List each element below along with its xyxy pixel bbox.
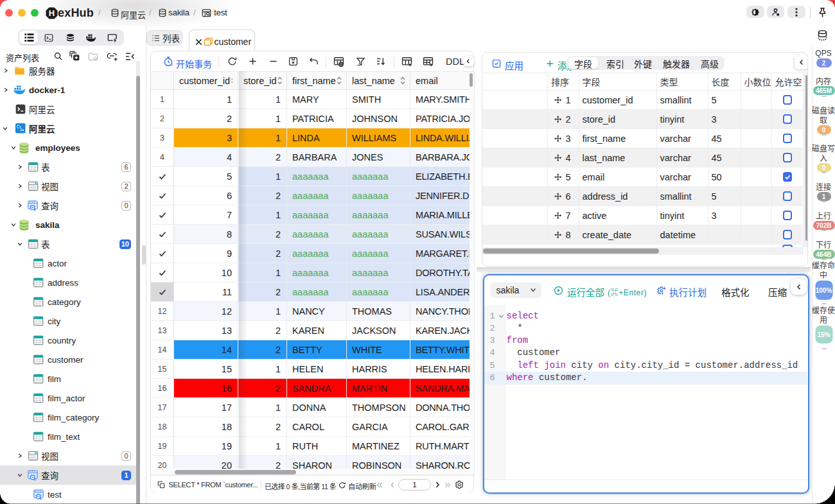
svg-text:H: H [49, 8, 55, 18]
